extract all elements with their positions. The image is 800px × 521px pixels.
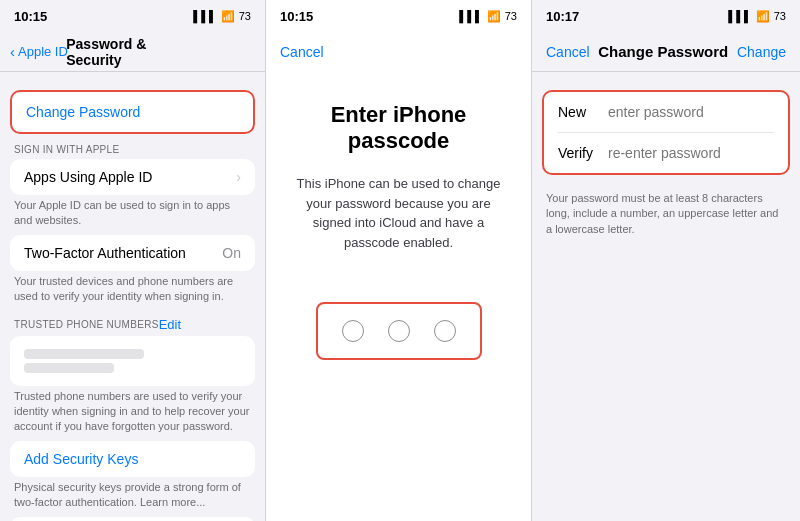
password-hint: Your password must be at least 8 charact…: [542, 185, 790, 237]
battery-icon: 73: [239, 10, 251, 22]
change-button-right[interactable]: Change: [737, 44, 786, 60]
passcode-desc: This iPhone can be used to change your p…: [286, 174, 511, 252]
back-chevron-icon: ‹: [10, 44, 15, 59]
account-recovery-row[interactable]: Account Recovery ›: [10, 517, 255, 521]
two-factor-row[interactable]: Two-Factor Authentication On: [24, 245, 241, 261]
status-time-left: 10:15: [14, 9, 47, 24]
signal-icon-middle: ▌▌▌: [459, 10, 482, 22]
passcode-content: Enter iPhone passcode This iPhone can be…: [266, 72, 531, 521]
battery-icon-middle: 73: [505, 10, 517, 22]
signal-icon-right: ▌▌▌: [728, 10, 751, 22]
blurred-phone-2: [24, 363, 114, 373]
trusted-numbers-block: [10, 336, 255, 386]
wifi-icon: 📶: [221, 10, 235, 23]
status-bar-right: 10:17 ▌▌▌ 📶 73: [532, 0, 800, 32]
back-button-left[interactable]: ‹ Apple ID: [10, 44, 68, 59]
status-bar-left: 10:15 ▌▌▌ 📶 73: [0, 0, 265, 32]
apps-desc: Your Apple ID can be used to sign in to …: [10, 198, 255, 229]
apps-using-apple-id-row[interactable]: Apps Using Apple ID ›: [10, 159, 255, 195]
signal-icon: ▌▌▌: [193, 10, 216, 22]
wifi-icon-right: 📶: [756, 10, 770, 23]
new-password-row[interactable]: New: [544, 92, 788, 132]
passcode-input-area[interactable]: [316, 302, 482, 360]
middle-nav: Cancel: [266, 32, 531, 72]
apps-chevron-icon: ›: [236, 169, 241, 185]
two-factor-block: Two-Factor Authentication On: [10, 235, 255, 271]
left-panel: 10:15 ▌▌▌ 📶 73 ‹ Apple ID Password & Sec…: [0, 0, 266, 521]
verify-password-row[interactable]: Verify: [544, 133, 788, 173]
passcode-circle-3: [434, 320, 456, 342]
sign-in-section-header: SIGN IN WITH APPLE: [0, 138, 265, 159]
right-nav: Cancel Change Password Change: [532, 32, 800, 72]
add-security-keys-label: Add Security Keys: [24, 451, 138, 467]
verify-password-input[interactable]: [608, 145, 783, 161]
add-security-desc: Physical security keys provide a strong …: [10, 480, 255, 511]
password-form: New Verify: [542, 90, 790, 175]
status-time-right: 10:17: [546, 9, 579, 24]
status-icons-middle: ▌▌▌ 📶 73: [459, 10, 517, 23]
status-bar-middle: 10:15 ▌▌▌ 📶 73: [266, 0, 531, 32]
right-panel: 10:17 ▌▌▌ 📶 73 Cancel Change Password Ch…: [532, 0, 800, 521]
nav-title-left: Password & Security: [66, 36, 199, 68]
cancel-button-right[interactable]: Cancel: [546, 44, 590, 60]
right-content: New Verify Your password must be at leas…: [532, 72, 800, 521]
trusted-edit-button[interactable]: Edit: [159, 317, 181, 332]
right-nav-title: Change Password: [598, 43, 728, 60]
verify-password-label: Verify: [558, 145, 608, 161]
two-factor-desc: Your trusted devices and phone numbers a…: [10, 274, 255, 305]
back-label: Apple ID: [18, 44, 68, 59]
new-password-label: New: [558, 104, 608, 120]
change-password-button[interactable]: Change Password: [10, 90, 255, 134]
battery-icon-right: 73: [774, 10, 786, 22]
new-password-input[interactable]: [608, 104, 783, 120]
trusted-phones-header: TRUSTED PHONE NUMBERS: [14, 319, 159, 330]
apps-using-label: Apps Using Apple ID: [24, 169, 152, 185]
change-password-label: Change Password: [26, 104, 140, 120]
two-factor-value: On: [222, 245, 241, 261]
passcode-circle-2: [388, 320, 410, 342]
status-icons-right: ▌▌▌ 📶 73: [728, 10, 786, 23]
status-icons-left: ▌▌▌ 📶 73: [193, 10, 251, 23]
status-time-middle: 10:15: [280, 9, 313, 24]
passcode-title: Enter iPhone passcode: [286, 102, 511, 154]
wifi-icon-middle: 📶: [487, 10, 501, 23]
nav-bar-left: ‹ Apple ID Password & Security: [0, 32, 265, 72]
cancel-button-middle[interactable]: Cancel: [280, 44, 324, 60]
settings-content: Change Password SIGN IN WITH APPLE Apps …: [0, 72, 265, 521]
passcode-circle-1: [342, 320, 364, 342]
add-security-keys-row[interactable]: Add Security Keys: [10, 441, 255, 477]
blurred-phone-1: [24, 349, 144, 359]
trusted-desc: Trusted phone numbers are used to verify…: [10, 389, 255, 435]
two-factor-label: Two-Factor Authentication: [24, 245, 186, 261]
middle-panel: 10:15 ▌▌▌ 📶 73 Cancel Enter iPhone passc…: [266, 0, 532, 521]
